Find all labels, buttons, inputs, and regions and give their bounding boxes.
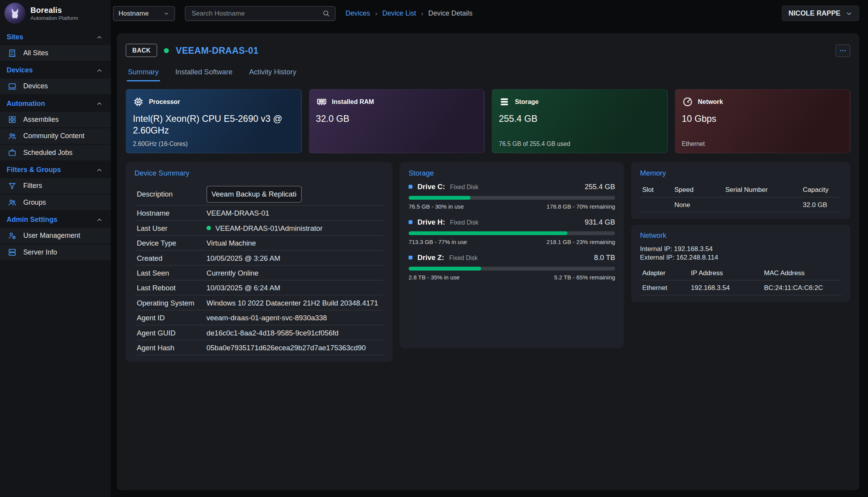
summary-value-cell: Currently Online [206,269,381,277]
drive-head: Drive H:Fixed Disk931.4 GB [408,218,615,226]
summary-label: Agent Hash [137,343,206,351]
summary-row-device-type: Device TypeVirtual Machine [134,236,384,251]
drive-type: Fixed Disk [449,254,478,261]
drive-remaining: 5.2 TB - 65% remaining [554,274,615,281]
chevron-up-icon [96,100,103,107]
summary-value: Windows 10 2022 Datacenter 21H2 Build 20… [206,299,378,307]
table-header-row: AdapterIP AddressMAC Address [640,265,841,280]
hostname-filter-select[interactable]: Hostname [113,6,175,21]
tabs: SummaryInstalled SoftwareActivity Histor… [126,64,850,81]
breadcrumb-device-details: Device Details [428,9,473,17]
stat-card-label: Processor [149,98,180,105]
sidebar-section-filters-groups[interactable]: Filters & Groups [0,162,111,178]
chevron-up-icon [96,216,103,223]
device-summary-panel: Device Summary DescriptionHostnameVEEAM-… [126,162,393,362]
stat-card-value: 32.0 GB [316,113,471,124]
chevron-down-icon [845,10,852,17]
brand: Borealis Automation Platform [0,0,111,26]
external-ip: External IP: 162.248.8.114 [640,253,841,261]
summary-value-cell: 05ba0e7935171d626ecea29b27d7ae175363cd90 [206,343,381,351]
search-icon [322,9,330,17]
summary-value: VEEAM-DRAAS-01 [206,209,269,217]
summary-value: Currently Online [206,269,259,277]
summary-value: 10/03/2025 @ 6:24 AM [206,284,280,292]
table-cell: BC:24:11:CA:C6:2C [762,280,842,295]
tab-installed-software[interactable]: Installed Software [174,64,234,81]
stat-cards: ProcessorIntel(R) Xeon(R) CPU E5-2690 v3… [126,89,850,153]
drive-usage-bar [408,196,615,200]
chevron-up-icon [96,166,103,173]
sidebar-section-automation[interactable]: Automation [0,95,111,112]
drive-capacity: 255.4 GB [585,183,615,191]
search-input[interactable] [190,9,322,18]
hostname-filter-value: Hostname [118,9,149,17]
sidebar-section-label: Sites [7,33,23,41]
summary-value-cell: de16c0c1-8aa2-4d18-9585-9ce91cf056fd [206,328,381,337]
sidebar-item-all-sites[interactable]: All Sites [0,46,111,62]
sidebar-section-label: Filters & Groups [7,166,61,174]
device-details-panel: BACK VEEAM-DRAAS-01 SummaryInstalled Sof… [117,33,859,490]
topbar: Hostname Devices›Device List›Device Deta… [111,0,868,26]
summary-value-cell: Virtual Machine [206,239,381,247]
internal-ip: Internal IP: 192.168.3.54 [640,245,841,253]
sidebar-item-server-info[interactable]: Server Info [0,244,111,261]
ellipsis-icon [839,46,847,54]
network-table: AdapterIP AddressMAC AddressEthernet192.… [640,265,841,295]
cpu-icon [133,96,144,107]
summary-value-cell: 10/03/2025 @ 6:24 AM [206,284,381,292]
sidebar: Borealis Automation Platform SitesAll Si… [0,0,111,497]
summary-row-agent-hash: Agent Hash05ba0e7935171d626ecea29b27d7ae… [134,340,384,355]
column-header: Slot [640,183,672,197]
more-actions-button[interactable] [835,44,850,57]
people-icon [8,132,17,140]
sidebar-item-community-content[interactable]: Community Content [0,128,111,145]
stat-card-storage: Storage255.4 GB76.5 GB of 255.4 GB used [491,89,667,153]
drive-used: 713.3 GB - 77% in use [408,239,467,245]
stat-card-value: 255.4 GB [499,113,654,124]
table-cell: 192.168.3.54 [689,280,762,295]
briefcase-icon [8,148,17,157]
drive-name: Drive C: [417,183,445,191]
sidebar-item-label: Community Content [23,132,85,140]
back-button[interactable]: BACK [126,44,158,57]
sidebar-section-admin-settings[interactable]: Admin Settings [0,211,111,228]
stat-card-head: Installed RAM [316,96,477,107]
description-input[interactable] [206,186,302,202]
sidebar-item-scheduled-jobs[interactable]: Scheduled Jobs [0,145,111,162]
storage-panel: Storage Drive C:Fixed Disk255.4 GB76.5 G… [400,162,624,348]
online-status-dot [164,48,169,53]
sidebar-item-user-management[interactable]: User Management [0,228,111,245]
drive-bullet-icon [408,220,412,224]
summary-value-cell: 10/05/2025 @ 3:26 AM [206,254,381,262]
sidebar-item-filters[interactable]: Filters [0,178,111,195]
user-menu-button[interactable]: NICOLE RAPPE [782,5,859,21]
sidebar-item-assemblies[interactable]: Assemblies [0,112,111,128]
table-cell: None [672,197,723,212]
breadcrumb-device-list[interactable]: Device List [382,9,416,17]
drive-type: Fixed Disk [450,219,479,225]
stat-card-installed-ram: Installed RAM32.0 GB [309,89,484,153]
drive-list: Drive C:Fixed Disk255.4 GB76.5 GB - 30% … [408,183,615,281]
summary-value: 05ba0e7935171d626ecea29b27d7ae175363cd90 [206,343,366,351]
summary-value: VEEAM-DRAAS-01\Administrator [215,224,322,232]
memory-panel: Memory SlotSpeedSerial NumberCapacityNon… [631,162,850,219]
tab-activity-history[interactable]: Activity History [248,64,298,81]
stat-card-label: Network [698,98,723,105]
filter-icon [8,181,17,190]
breadcrumb-separator: › [421,9,423,17]
rabbit-logo-icon [4,3,25,24]
stat-card-sub: 2.60GHz (16-Cores) [133,140,188,147]
summary-label: Description [137,190,206,198]
sidebar-item-groups[interactable]: Groups [0,195,111,211]
summary-label: Agent ID [137,313,206,321]
sidebar-item-devices[interactable]: Devices [0,79,111,95]
sidebar-nav: SitesAll SitesDevicesDevicesAutomationAs… [0,29,111,261]
table-row: None32.0 GB [640,197,841,212]
breadcrumb-devices[interactable]: Devices [345,9,370,17]
sidebar-section-devices[interactable]: Devices [0,62,111,79]
tab-summary[interactable]: Summary [127,64,160,81]
sidebar-section-sites[interactable]: Sites [0,29,111,46]
search-box[interactable] [185,6,336,21]
chevron-up-icon [96,33,103,40]
sidebar-section-label: Automation [7,100,45,107]
